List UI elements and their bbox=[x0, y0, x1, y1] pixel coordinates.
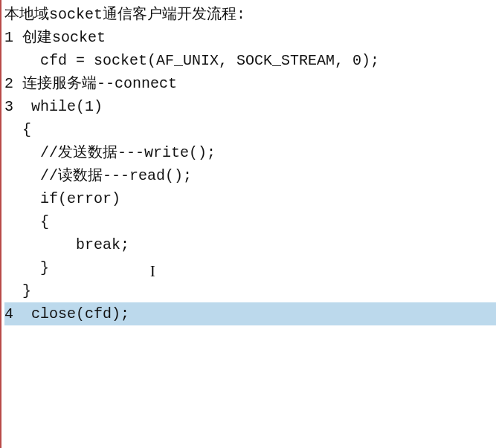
code-line-highlighted: 4 close(cfd); bbox=[4, 302, 496, 325]
code-line: } bbox=[4, 256, 496, 279]
code-line: cfd = socket(AF_UNIX, SOCK_STREAM, 0); bbox=[4, 49, 496, 72]
code-line: if(error) bbox=[4, 187, 496, 210]
code-document: 本地域socket通信客户端开发流程: 1 创建socket cfd = soc… bbox=[0, 0, 496, 448]
code-line: 1 创建socket bbox=[4, 26, 496, 49]
code-line: //发送数据---write(); bbox=[4, 141, 496, 164]
code-line: { bbox=[4, 210, 496, 233]
code-line: 本地域socket通信客户端开发流程: bbox=[4, 3, 496, 26]
code-line: break; bbox=[4, 233, 496, 256]
code-line: //读数据---read(); bbox=[4, 164, 496, 187]
code-line: } bbox=[4, 279, 496, 302]
code-line: 3 while(1) bbox=[4, 95, 496, 118]
code-line: 2 连接服务端--connect bbox=[4, 72, 496, 95]
code-line: { bbox=[4, 118, 496, 141]
